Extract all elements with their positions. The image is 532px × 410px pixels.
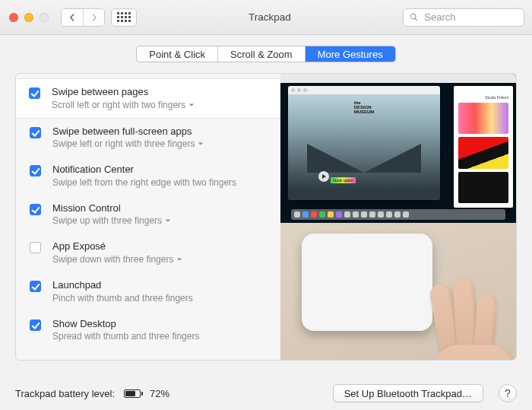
close-window-button[interactable] [9,13,18,22]
option-swipe-fullscreen-apps[interactable]: Swipe between full-screen apps Swipe lef… [16,119,280,157]
option-subtitle[interactable]: Swipe up with three fingers [52,215,171,226]
option-title: App Exposé [52,240,182,253]
option-subtitle: Spread with thumb and three fingers [52,331,199,342]
checkbox-app-expose[interactable] [30,242,41,253]
option-swipe-between-pages[interactable]: Swipe between pages Scroll left or right… [15,78,281,119]
option-subtitle[interactable]: Swipe left or right with three fingers [52,138,204,149]
play-icon [318,171,329,182]
checkbox-swipe-fullscreen-apps[interactable] [30,127,41,138]
forward-button[interactable] [83,9,104,26]
chevron-down-icon [176,254,182,265]
chevron-down-icon [188,100,195,110]
window-controls [9,13,49,22]
demo-tagline: Now open [331,177,356,183]
help-button[interactable]: ? [499,384,517,402]
gesture-demo-video: the DESIGN MUSEUM Now open Studio Fritto… [280,74,516,360]
tabstrip: Point & Click Scroll & Zoom More Gesture… [15,46,517,62]
checkbox-mission-control[interactable] [30,204,41,215]
demo-menubar [280,74,516,83]
tab-more-gestures[interactable]: More Gestures [305,46,395,62]
option-title: Swipe between full-screen apps [52,126,204,138]
zoom-window-button[interactable] [40,13,49,22]
gesture-option-list: Swipe between pages Scroll left or right… [16,74,280,360]
option-title: Mission Control [52,202,171,215]
option-title: Notification Center [52,164,236,176]
option-show-desktop[interactable]: Show Desktop Spread with thumb and three… [16,311,280,350]
show-all-prefs-button[interactable] [111,8,137,27]
window-toolbar: Trackpad [0,0,532,35]
option-mission-control[interactable]: Mission Control Swipe up with three fing… [16,195,280,234]
grid-icon [117,12,131,22]
option-subtitle: Pinch with thumb and three fingers [52,293,193,304]
nav-back-forward [61,8,105,27]
option-notification-center[interactable]: Notification Center Swipe left from the … [16,157,280,195]
demo-dock [291,209,505,220]
option-title: Show Desktop [52,318,199,330]
demo-site-logo: the DESIGN MUSEUM [354,100,375,114]
demo-desktop: the DESIGN MUSEUM Now open Studio Fritto… [280,74,516,223]
demo-browser-window: the DESIGN MUSEUM Now open [288,86,440,200]
battery-label: Trackpad battery level: [15,388,115,399]
option-launchpad[interactable]: Launchpad Pinch with thumb and three fin… [16,272,280,311]
option-app-expose[interactable]: App Exposé Swipe down with three fingers [16,234,280,272]
checkbox-show-desktop[interactable] [30,319,41,331]
gestures-panel: Swipe between pages Scroll left or right… [15,73,517,361]
chevron-down-icon [165,215,171,226]
tab-scroll-zoom[interactable]: Scroll & Zoom [217,46,305,62]
option-subtitle: Swipe left from the right edge with two … [52,177,236,188]
search-input[interactable] [423,11,518,24]
battery-icon [124,389,141,398]
chevron-down-icon [198,138,204,149]
minimize-window-button[interactable] [24,13,33,22]
checkbox-notification-center[interactable] [30,165,41,176]
demo-hand [396,269,510,361]
checkbox-swipe-between-pages[interactable] [29,87,40,99]
setup-bluetooth-button[interactable]: Set Up Bluetooth Trackpad… [333,384,483,402]
option-subtitle[interactable]: Scroll left or right with two fingers [52,100,195,110]
option-subtitle[interactable]: Swipe down with three fingers [52,254,182,265]
window-title: Trackpad [137,11,403,23]
demo-side-window: Studio Frittoni [454,86,513,208]
pane-footer: Trackpad battery level: 72% Set Up Bluet… [0,377,532,410]
search-field[interactable] [403,8,524,27]
option-title: Swipe between pages [52,86,195,98]
demo-trackpad-area [280,223,516,360]
pref-pane: Point & Click Scroll & Zoom More Gesture… [0,35,532,377]
back-button[interactable] [62,9,83,26]
checkbox-launchpad[interactable] [30,281,41,292]
battery-percent: 72% [150,388,169,399]
option-title: Launchpad [52,279,193,291]
tab-point-click[interactable]: Point & Click [137,46,217,62]
search-icon [410,12,418,22]
